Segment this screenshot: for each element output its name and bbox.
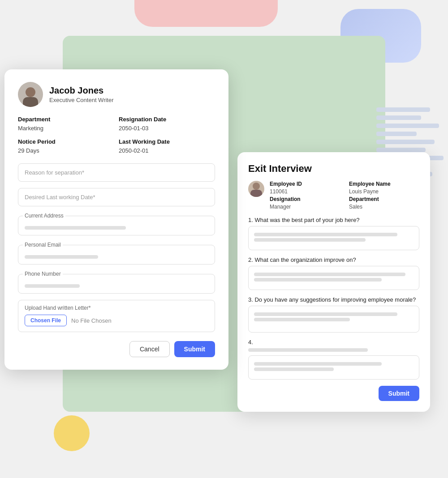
exit-designation-value: Manager [270,204,291,210]
avatar [18,82,43,107]
exit-employee-name-field: Employee Name Louis Payne [349,181,419,195]
q4-label-bar [248,348,368,352]
answer-bar [254,238,366,242]
exit-question-2: 2. What can the organization improve on? [248,256,419,290]
exit-employee-name-value: Louis Payne [349,188,379,195]
file-upload-row: Chosen File No File Chosen [25,315,208,326]
cancel-button[interactable]: Cancel [129,341,170,357]
exit-answer-4-box [248,355,419,380]
last-working-date-item: Last Working Date 2050-02-01 [119,138,215,154]
personal-email-fieldset: Personal Email [18,242,215,265]
exit-employee-info: Employee ID 110061 Employee Name Louis P… [248,181,419,210]
exit-answer-3-box [248,306,419,333]
department-value: Marketing [18,125,43,132]
current-address-legend: Current Address [23,213,65,219]
answer-bar [254,362,382,366]
exit-department-value: Sales [349,204,362,210]
exit-employee-id-label: Employee ID [270,181,340,187]
exit-employee-id-field: Employee ID 110061 [270,181,340,195]
exit-interview-card: Exit Interview Employee ID 110061 Employ… [237,152,430,412]
exit-info-fields: Employee ID 110061 Employee Name Louis P… [270,181,419,210]
notice-period-label: Notice Period [18,138,114,145]
phone-number-fieldset: Phone Number [18,271,215,294]
answer-bar [254,367,334,371]
exit-designation-field: Designation Manager [270,196,340,210]
current-address-fieldset: Current Address [18,213,215,235]
employee-info: Jacob Jones Executive Content Writer [49,85,114,103]
exit-answer-2-box [248,266,419,290]
email-placeholder-bar [25,255,98,259]
file-upload-label: Upload Hand written Letter* [25,305,208,311]
employee-name: Jacob Jones [49,85,114,96]
answer-bar [254,278,382,282]
chosen-file-button[interactable]: Chosen File [25,315,67,326]
exit-answer-1-box [248,226,419,250]
answer-bar [254,312,397,316]
exit-interview-title: Exit Interview [248,163,419,175]
employee-title: Executive Content Writer [49,97,114,103]
phone-placeholder-bar [25,284,80,288]
exit-department-label: Department [349,196,419,202]
submit-button[interactable]: Submit [174,341,215,357]
exit-question-2-text: 2. What can the organization improve on? [248,256,419,263]
phone-number-legend: Phone Number [23,271,63,277]
desired-date-field[interactable] [18,188,215,206]
last-working-date-value: 2050-02-01 [119,147,149,154]
info-grid: Department Marketing Resignation Date 20… [18,116,215,154]
exit-avatar [248,181,264,197]
reason-field[interactable] [18,163,215,182]
answer-bar [254,318,350,321]
exit-question-3: 3. Do you have any suggestions for impro… [248,296,419,333]
answer-bar [254,273,405,276]
exit-employee-id-value: 110061 [270,188,288,195]
reason-input[interactable] [18,163,215,182]
pink-blob-decoration [134,0,278,27]
resignation-date-item: Resignation Date 2050-01-03 [119,116,215,132]
answer-bar [254,233,397,236]
notice-period-value: 29 Days [18,147,39,154]
exit-employee-name-label: Employee Name [349,181,419,187]
exit-submit-row: Submit [248,386,419,401]
resignation-modal: Jacob Jones Executive Content Writer Dep… [4,69,228,370]
notice-period-item: Notice Period 29 Days [18,138,114,154]
exit-question-1-text: 1. What was the best part of your job he… [248,217,419,223]
exit-submit-button[interactable]: Submit [379,386,419,401]
department-label: Department [18,116,114,123]
exit-question-4: 4. [248,339,419,380]
exit-designation-label: Designation [270,196,340,202]
department-item: Department Marketing [18,116,114,132]
address-placeholder-bar [25,226,126,230]
exit-department-field: Department Sales [349,196,419,210]
last-working-date-label: Last Working Date [119,138,215,145]
exit-question-3-text: 3. Do you have any suggestions for impro… [248,296,419,303]
exit-question-1: 1. What was the best part of your job he… [248,217,419,250]
exit-question-4-text: 4. [248,339,419,346]
resignation-date-value: 2050-01-03 [119,125,149,132]
desired-date-input[interactable] [18,188,215,206]
modal-actions: Cancel Submit [18,341,215,357]
no-file-text: No File Chosen [71,317,112,324]
yellow-circle-decoration [54,415,90,451]
personal-email-legend: Personal Email [23,242,63,248]
employee-header: Jacob Jones Executive Content Writer [18,82,215,107]
file-upload-section: Upload Hand written Letter* Chosen File … [18,300,215,332]
resignation-date-label: Resignation Date [119,116,215,123]
